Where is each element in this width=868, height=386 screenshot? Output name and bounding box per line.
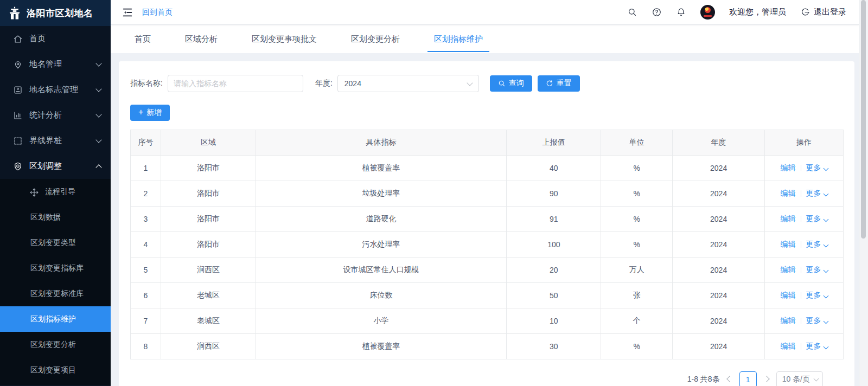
chevron-down-icon xyxy=(95,60,101,66)
cell-indicator: 床位数 xyxy=(256,283,507,308)
col-indicator: 具体指标 xyxy=(256,130,507,156)
sidebar-item-statistics[interactable]: 统计分析 xyxy=(0,102,111,128)
logout-button[interactable]: 退出登录 xyxy=(800,7,846,17)
cell-index: 2 xyxy=(131,181,161,207)
chevron-down-icon xyxy=(95,111,101,117)
table-row: 1 洛阳市 植被覆盖率 40 % 2024 编辑更多 xyxy=(131,156,844,181)
cell-year: 2024 xyxy=(673,283,765,308)
tab-bar: 首页 区域分析 区划变更事项批文 区划变更分析 区划指标维护 xyxy=(111,25,859,53)
more-link[interactable]: 更多 xyxy=(806,316,828,325)
divider xyxy=(801,318,801,324)
sidebar-item-sign-management[interactable]: 地名标志管理 xyxy=(0,77,111,102)
more-link[interactable]: 更多 xyxy=(806,163,828,172)
more-link[interactable]: 更多 xyxy=(806,189,828,197)
reset-button[interactable]: 重置 xyxy=(538,75,580,92)
cell-region: 洛阳市 xyxy=(161,232,256,258)
pagination: 1-8 共8条 1 10 条/页 xyxy=(130,371,844,386)
boundary-icon xyxy=(13,136,23,146)
cell-unit: % xyxy=(601,207,673,232)
bell-icon[interactable] xyxy=(676,7,686,17)
page-size-select[interactable]: 10 条/页 xyxy=(776,371,823,386)
year-select[interactable]: 2024 xyxy=(337,75,479,92)
cell-unit: % xyxy=(601,232,673,258)
add-button[interactable]: + 新增 xyxy=(130,105,170,121)
more-link[interactable]: 更多 xyxy=(806,214,828,223)
edit-link[interactable]: 编辑 xyxy=(781,163,796,172)
prev-page-button[interactable] xyxy=(725,378,734,381)
sidebar-item-home[interactable]: 首页 xyxy=(0,26,111,52)
cell-actions: 编辑更多 xyxy=(765,334,844,359)
city-gate-logo-icon xyxy=(8,6,22,20)
tab-change-analysis[interactable]: 区划变更分析 xyxy=(344,25,406,53)
search-icon[interactable] xyxy=(627,7,637,17)
next-page-button[interactable] xyxy=(762,378,771,381)
welcome-text: 欢迎您，管理员 xyxy=(729,7,786,17)
edit-link[interactable]: 编辑 xyxy=(781,291,796,299)
cell-value: 90 xyxy=(507,181,601,207)
cell-index: 8 xyxy=(131,334,161,359)
cell-value: 30 xyxy=(507,334,601,359)
cell-year: 2024 xyxy=(673,156,765,181)
sidebar-item-indicator-library[interactable]: 区划变更指标库 xyxy=(0,255,111,281)
indicator-name-input[interactable] xyxy=(168,75,303,92)
chart-icon xyxy=(13,111,23,120)
edit-link[interactable]: 编辑 xyxy=(781,189,796,197)
cell-unit: % xyxy=(601,334,673,359)
cell-actions: 编辑更多 xyxy=(765,181,844,207)
sidebar-item-placename[interactable]: 地名管理 xyxy=(0,52,111,77)
cell-unit: 张 xyxy=(601,283,673,308)
more-link[interactable]: 更多 xyxy=(806,342,828,350)
sidebar-item-district-adjust[interactable]: 区划调整 xyxy=(0,153,111,179)
sidebar-item-district-data[interactable]: 区划数据 xyxy=(0,204,111,230)
sidebar-item-change-analysis[interactable]: 区划变更分析 xyxy=(0,332,111,357)
more-link[interactable]: 更多 xyxy=(806,291,828,299)
help-icon[interactable] xyxy=(652,7,662,17)
edit-link[interactable]: 编辑 xyxy=(781,240,796,248)
cell-unit: 万人 xyxy=(601,258,673,283)
cell-region: 老城区 xyxy=(161,308,256,334)
sidebar-item-boundary[interactable]: 界线界桩 xyxy=(0,128,111,153)
search-button[interactable]: 查询 xyxy=(490,75,532,92)
filter-row: 指标名称: 年度: 2024 查询 重置 xyxy=(130,75,844,92)
user-avatar[interactable] xyxy=(700,5,715,20)
tab-change-approval[interactable]: 区划变更事项批文 xyxy=(245,25,323,53)
scrollbar-thumb[interactable] xyxy=(861,0,866,239)
divider xyxy=(801,241,801,248)
data-table: 序号 区域 具体指标 上报值 单位 年度 操作 1 洛阳市 植被覆盖率 40 xyxy=(130,130,844,359)
chevron-down-icon xyxy=(823,268,828,273)
top-header: 回到首页 欢迎您，管理员 退出登录 xyxy=(111,0,859,25)
cell-unit: % xyxy=(601,156,673,181)
sidebar-item-change-type[interactable]: 区划变更类型 xyxy=(0,230,111,255)
more-link[interactable]: 更多 xyxy=(806,265,828,274)
edit-link[interactable]: 编辑 xyxy=(781,316,796,325)
collapse-sidebar-icon[interactable] xyxy=(122,7,133,18)
page-number-button[interactable]: 1 xyxy=(739,371,757,386)
tab-home[interactable]: 首页 xyxy=(128,25,157,53)
cell-indicator: 垃圾处理率 xyxy=(256,181,507,207)
cell-actions: 编辑更多 xyxy=(765,258,844,283)
cell-indicator: 污水处理率 xyxy=(256,232,507,258)
cell-year: 2024 xyxy=(673,232,765,258)
edit-link[interactable]: 编辑 xyxy=(781,265,796,274)
edit-link[interactable]: 编辑 xyxy=(781,214,796,223)
cell-region: 洛阳市 xyxy=(161,156,256,181)
divider xyxy=(801,190,801,197)
back-home-link[interactable]: 回到首页 xyxy=(142,8,173,17)
plus-icon: + xyxy=(138,108,143,117)
sidebar-item-standard-library[interactable]: 区划变更标准库 xyxy=(0,281,111,306)
chevron-up-icon xyxy=(95,164,101,170)
chevron-down-icon xyxy=(814,376,819,382)
chevron-down-icon xyxy=(467,80,473,86)
tab-indicator-maintenance[interactable]: 区划指标维护 xyxy=(427,25,489,53)
cell-actions: 编辑更多 xyxy=(765,156,844,181)
cell-value: 50 xyxy=(507,283,601,308)
sidebar-item-indicator-maintenance[interactable]: 区划指标维护 xyxy=(0,306,111,332)
edit-link[interactable]: 编辑 xyxy=(781,342,796,350)
cell-actions: 编辑更多 xyxy=(765,232,844,258)
table-row: 7 老城区 小学 10 个 2024 编辑更多 xyxy=(131,308,844,334)
sidebar-item-process-guide[interactable]: 流程引导 xyxy=(0,179,111,204)
sidebar-item-change-project[interactable]: 区划变更项目 xyxy=(0,357,111,383)
vertical-scrollbar[interactable] xyxy=(859,0,868,386)
more-link[interactable]: 更多 xyxy=(806,240,828,248)
tab-region-analysis[interactable]: 区域分析 xyxy=(178,25,224,53)
